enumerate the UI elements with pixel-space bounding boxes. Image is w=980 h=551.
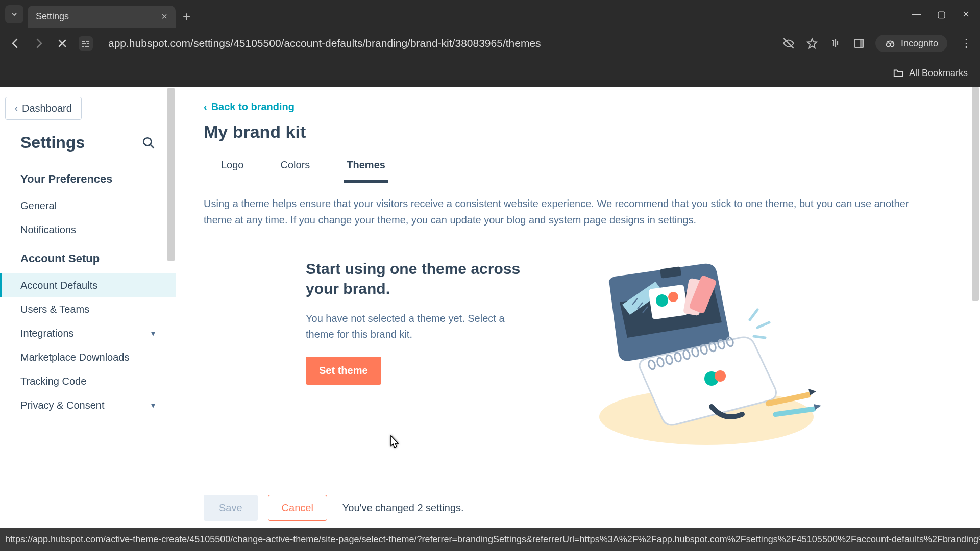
close-window-button[interactable]: ✕ [962, 9, 970, 20]
svg-point-8 [887, 43, 890, 46]
browser-chrome: Settings × + — ▢ ✕ app.hubspot.com/setti… [0, 0, 980, 87]
folder-icon [893, 67, 904, 79]
incognito-icon [885, 38, 896, 49]
svg-rect-1 [86, 41, 89, 42]
section-preferences-title: Your Preferences [0, 172, 176, 186]
dashboard-back-button[interactable]: ‹ Dashboard [5, 97, 82, 120]
nav-account-defaults[interactable]: Account Defaults [0, 273, 176, 297]
nav-tracking-code[interactable]: Tracking Code [0, 369, 176, 393]
save-button[interactable]: Save [204, 495, 258, 521]
scrollbar-thumb[interactable] [972, 87, 979, 301]
minimize-button[interactable]: — [912, 9, 921, 20]
tab-search-button[interactable] [5, 5, 23, 23]
back-button[interactable] [8, 37, 22, 49]
settings-search-icon[interactable] [142, 136, 155, 149]
nav-general[interactable]: General [0, 194, 176, 218]
eye-off-icon[interactable] [781, 37, 796, 50]
tab-logo[interactable]: Logo [218, 154, 247, 182]
nav-privacy-consent[interactable]: Privacy & Consent ▾ [0, 393, 176, 417]
cancel-button[interactable]: Cancel [268, 495, 327, 521]
incognito-label: Incognito [901, 38, 938, 49]
empty-state-heading: Start using one theme across your brand. [306, 259, 530, 298]
chevron-left-icon: ‹ [15, 103, 18, 114]
section-account-setup-title: Account Setup [0, 252, 176, 265]
back-to-branding-link[interactable]: ‹ Back to branding [204, 101, 952, 113]
svg-rect-0 [82, 41, 85, 42]
chevron-left-icon: ‹ [204, 101, 207, 113]
app-viewport: ‹ Dashboard Settings Your Preferences Ge… [0, 87, 980, 551]
tab-title: Settings [36, 11, 69, 22]
set-theme-button[interactable]: Set theme [306, 357, 381, 385]
nav-users-teams[interactable]: Users & Teams [0, 297, 176, 321]
browser-menu-button[interactable]: ⋮ [961, 37, 972, 50]
empty-state-body: You have not selected a theme yet. Selec… [306, 311, 530, 342]
forward-button[interactable] [32, 37, 46, 49]
site-controls-icon[interactable] [79, 36, 93, 51]
settings-title: Settings [20, 133, 85, 152]
brand-kit-tabs: Logo Colors Themes [204, 154, 952, 182]
status-url: https://app.hubspot.com/active-theme-cre… [5, 534, 980, 545]
window-controls: — ▢ ✕ [912, 9, 970, 20]
settings-sidebar: ‹ Dashboard Settings Your Preferences Ge… [0, 87, 176, 551]
svg-rect-3 [87, 43, 89, 44]
bookmark-star-icon[interactable] [805, 37, 819, 49]
all-bookmarks-button[interactable]: All Bookmarks [893, 67, 968, 79]
main-scrollbar[interactable] [970, 87, 979, 480]
back-link-label: Back to branding [211, 101, 295, 113]
address-bar: app.hubspot.com/settings/45105500/accoun… [0, 28, 980, 59]
nav-integrations[interactable]: Integrations ▾ [0, 321, 176, 345]
dashboard-label: Dashboard [22, 103, 72, 114]
sidebar-scrollbar[interactable]: ▴ ▾ [165, 87, 175, 551]
main-content: ‹ Back to branding My brand kit Logo Col… [176, 87, 980, 551]
themes-description: Using a theme helps ensure that your vis… [204, 195, 918, 228]
changes-message: You've changed 2 settings. [342, 502, 464, 514]
briefcase-illustration [561, 254, 826, 447]
svg-point-18 [668, 292, 678, 302]
new-tab-button[interactable]: + [183, 9, 190, 24]
scrollbar-thumb[interactable] [167, 88, 175, 261]
nav-marketplace-downloads[interactable]: Marketplace Downloads [0, 345, 176, 369]
theme-empty-state: Start using one theme across your brand.… [204, 254, 952, 447]
tab-themes[interactable]: Themes [344, 154, 388, 183]
svg-rect-7 [860, 39, 864, 47]
tab-colors[interactable]: Colors [278, 154, 313, 182]
close-tab-icon[interactable]: × [161, 11, 167, 22]
chevron-down-icon: ▾ [151, 329, 155, 338]
nav-notifications[interactable]: Notifications [0, 218, 176, 242]
chevron-down-icon: ▾ [151, 400, 155, 410]
tab-bar: Settings × + — ▢ ✕ [0, 0, 980, 28]
browser-tab[interactable]: Settings × [28, 6, 176, 28]
url-field[interactable]: app.hubspot.com/settings/45105500/accoun… [102, 37, 772, 49]
svg-point-32 [715, 370, 726, 382]
media-control-icon[interactable] [828, 37, 843, 49]
browser-status-bar: https://app.hubspot.com/active-theme-cre… [0, 528, 980, 551]
all-bookmarks-label: All Bookmarks [909, 68, 968, 79]
svg-point-9 [890, 43, 894, 46]
save-footer: Save Cancel You've changed 2 settings. [176, 488, 980, 528]
svg-rect-5 [85, 46, 89, 47]
stop-reload-button[interactable] [55, 38, 69, 49]
bookmark-bar: All Bookmarks [0, 59, 980, 87]
svg-point-17 [656, 294, 668, 307]
svg-rect-4 [82, 46, 84, 47]
mouse-cursor [387, 435, 400, 450]
incognito-indicator[interactable]: Incognito [875, 35, 947, 52]
maximize-button[interactable]: ▢ [937, 9, 946, 20]
svg-rect-2 [82, 43, 86, 44]
side-panel-icon[interactable] [852, 37, 866, 49]
svg-rect-16 [648, 284, 688, 319]
page-title: My brand kit [204, 122, 952, 142]
